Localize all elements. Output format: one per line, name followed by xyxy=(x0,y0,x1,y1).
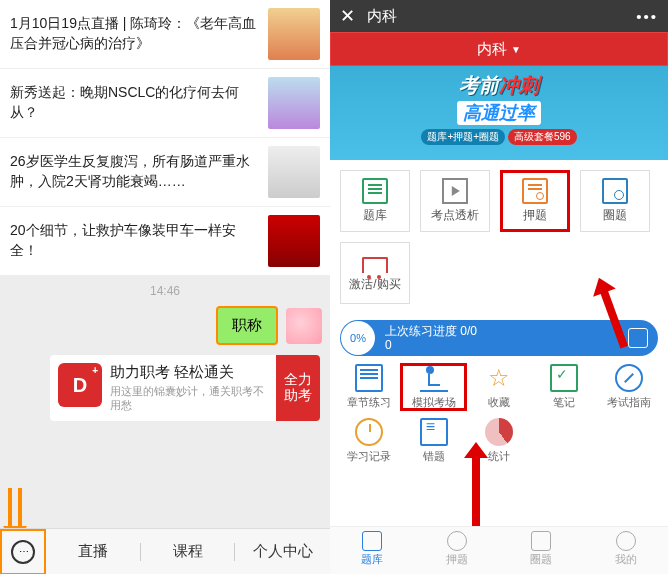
category-dropdown[interactable]: 内科 ▼ xyxy=(330,32,668,66)
bottom-nav: 题库 押题 圈题 我的 xyxy=(330,526,668,574)
close-icon[interactable]: ✕ xyxy=(340,5,355,27)
article-thumb xyxy=(268,215,320,267)
promo-title: 助力职考 轻松通关 xyxy=(110,363,272,382)
app-panel: ✕ 内科 ••• 内科 ▼ 考前冲刺 高通过率 题库+押题+圈题 高级套餐596… xyxy=(330,0,668,574)
promo-badge: 全力助考 xyxy=(276,355,320,421)
list-icon xyxy=(420,418,448,446)
tool-history[interactable]: 学习记录 xyxy=(336,418,401,464)
sent-message-row: 职称 xyxy=(0,302,330,355)
bottom-menu: 直播 课程 个人中心 xyxy=(0,528,330,574)
edit-icon[interactable] xyxy=(628,328,648,348)
exam-icon xyxy=(420,364,448,392)
article-thumb xyxy=(268,8,320,60)
sent-message-bubble[interactable]: 职称 xyxy=(216,306,278,345)
wechat-chat-panel: 1月10日19点直播 | 陈琦玲：《老年高血压合并冠心病的治疗》 新秀送起：晚期… xyxy=(0,0,330,574)
nav-bank[interactable]: 题库 xyxy=(330,527,415,574)
notes-icon xyxy=(550,364,578,392)
article-title: 26岁医学生反复腹泻，所有肠道严重水肿，入院2天肾功能衰竭…… xyxy=(10,152,268,191)
header-title: 内科 xyxy=(367,7,397,26)
nav-me[interactable]: 我的 xyxy=(584,527,669,574)
tool-row-2: 学习记录 错题 统计 xyxy=(330,410,668,516)
promo-logo: D xyxy=(58,363,102,407)
tool-chapter[interactable]: 章节练习 xyxy=(336,364,401,410)
tool-favorite[interactable]: ☆收藏 xyxy=(466,364,531,410)
feature-purchase[interactable]: 激活/购买 xyxy=(340,242,410,304)
category-label: 内科 xyxy=(477,40,507,59)
note-icon xyxy=(522,178,548,204)
nav-predict[interactable]: 押题 xyxy=(415,527,500,574)
feature-circle[interactable]: 圈题 xyxy=(580,170,650,232)
tool-row-1: 章节练习 模拟考场 ☆收藏 笔记 考试指南 xyxy=(330,356,668,410)
timestamp: 14:46 xyxy=(0,276,330,302)
keyboard-icon xyxy=(11,540,35,564)
menu-tab-live[interactable]: 直播 xyxy=(46,542,141,561)
circle-icon xyxy=(531,531,551,551)
promo-card[interactable]: D 助力职考 轻松通关 用这里的锦囊妙计，通关职考不用愁 全力助考 xyxy=(50,355,320,421)
article-title: 1月10日19点直播 | 陈琦玲：《老年高血压合并冠心病的治疗》 xyxy=(10,14,268,53)
target-icon xyxy=(447,531,467,551)
more-icon[interactable]: ••• xyxy=(636,8,658,25)
progress-bar[interactable]: 0% 上次练习进度 0/0 0 xyxy=(340,320,658,356)
article-item[interactable]: 新秀送起：晚期NSCLC的化疗何去何从？ xyxy=(0,69,330,138)
chevron-down-icon: ▼ xyxy=(511,44,521,55)
nav-circle[interactable]: 圈题 xyxy=(499,527,584,574)
star-icon: ☆ xyxy=(485,364,513,392)
annotation-arrows xyxy=(8,488,22,528)
progress-percent: 0% xyxy=(341,321,375,355)
user-icon xyxy=(616,531,636,551)
article-item[interactable]: 20个细节，让救护车像装甲车一样安全！ xyxy=(0,207,330,276)
promo-subtitle: 用这里的锦囊妙计，通关职考不用愁 xyxy=(110,384,272,413)
play-icon xyxy=(442,178,468,204)
book-icon xyxy=(355,364,383,392)
article-thumb xyxy=(268,77,320,129)
clock-icon xyxy=(355,418,383,446)
document-icon xyxy=(362,178,388,204)
compass-icon xyxy=(615,364,643,392)
annotation-arrow xyxy=(472,456,480,526)
article-title: 20个细节，让救护车像装甲车一样安全！ xyxy=(10,221,268,260)
tool-wrong[interactable]: 错题 xyxy=(401,418,466,464)
menu-tab-course[interactable]: 课程 xyxy=(141,542,236,561)
feature-predict[interactable]: 押题 xyxy=(500,170,570,232)
progress-label: 上次练习进度 0/0 xyxy=(385,324,628,338)
feature-question-bank[interactable]: 题库 xyxy=(340,170,410,232)
progress-sub: 0 xyxy=(385,338,628,352)
search-doc-icon xyxy=(602,178,628,204)
pie-icon xyxy=(485,418,513,446)
bank-icon xyxy=(362,531,382,551)
promo-banner[interactable]: 考前冲刺 高通过率 题库+押题+圈题 高级套餐596 xyxy=(330,66,668,160)
tool-mock-exam[interactable]: 模拟考场 xyxy=(401,364,466,410)
article-thumb xyxy=(268,146,320,198)
feature-grid: 题库 考点透析 押题 圈题 激活/购买 xyxy=(330,160,668,314)
avatar[interactable] xyxy=(286,308,322,344)
article-item[interactable]: 26岁医学生反复腹泻，所有肠道严重水肿，入院2天肾功能衰竭…… xyxy=(0,138,330,207)
tool-guide[interactable]: 考试指南 xyxy=(597,364,662,410)
article-title: 新秀送起：晚期NSCLC的化疗何去何从？ xyxy=(10,83,268,122)
feature-analysis[interactable]: 考点透析 xyxy=(420,170,490,232)
tool-notes[interactable]: 笔记 xyxy=(532,364,597,410)
app-header: ✕ 内科 ••• xyxy=(330,0,668,32)
keyboard-toggle-button[interactable] xyxy=(0,529,46,575)
article-item[interactable]: 1月10日19点直播 | 陈琦玲：《老年高血压合并冠心病的治疗》 xyxy=(0,0,330,69)
cart-icon xyxy=(362,257,388,273)
menu-tab-profile[interactable]: 个人中心 xyxy=(235,542,330,561)
